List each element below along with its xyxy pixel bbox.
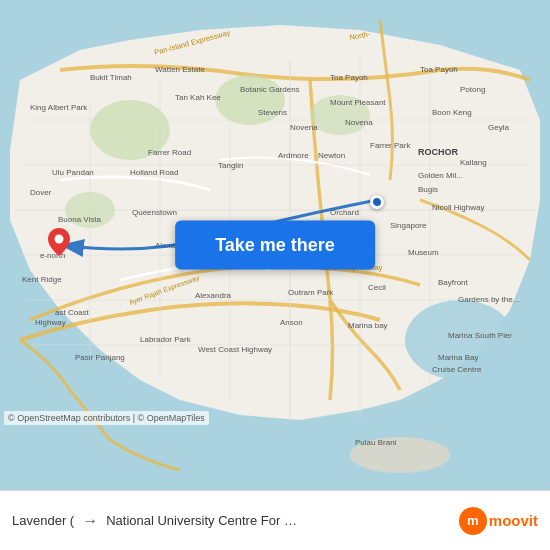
svg-text:Pulau Brani: Pulau Brani [355, 438, 397, 447]
svg-text:Marina bay: Marina bay [348, 321, 388, 330]
svg-text:West Coast Highway: West Coast Highway [198, 345, 272, 354]
svg-text:King Albert Park: King Albert Park [30, 103, 88, 112]
svg-text:Highway: Highway [35, 318, 66, 327]
moovit-circle-icon: m [459, 507, 487, 535]
map-container: King Albert Park Bukit Timah Watten Esta… [0, 0, 550, 490]
svg-text:Novena: Novena [345, 118, 373, 127]
svg-text:Kallang: Kallang [460, 158, 487, 167]
svg-text:Novena: Novena [290, 123, 318, 132]
origin-marker [48, 228, 70, 256]
svg-text:Potong: Potong [460, 85, 485, 94]
svg-text:Museum: Museum [408, 248, 439, 257]
svg-text:Boon Keng: Boon Keng [432, 108, 472, 117]
take-me-there-button[interactable]: Take me there [175, 221, 375, 270]
svg-text:Cruise Centre: Cruise Centre [432, 365, 482, 374]
svg-text:Outram Park: Outram Park [288, 288, 334, 297]
svg-text:Holland Road: Holland Road [130, 168, 178, 177]
svg-text:Alexandra: Alexandra [195, 291, 232, 300]
svg-text:Newton: Newton [318, 151, 345, 160]
app: King Albert Park Bukit Timah Watten Esta… [0, 0, 550, 550]
svg-text:Anson: Anson [280, 318, 303, 327]
svg-text:Nicoll Highway: Nicoll Highway [432, 203, 484, 212]
moovit-text: moovit [489, 512, 538, 529]
svg-text:Pasir Panjang: Pasir Panjang [75, 353, 125, 362]
svg-text:Toa Payoh: Toa Payoh [420, 65, 458, 74]
svg-point-79 [55, 235, 64, 244]
svg-text:Labrador Park: Labrador Park [140, 335, 192, 344]
svg-text:Botanic Gardens: Botanic Gardens [240, 85, 300, 94]
svg-text:Orchard: Orchard [330, 208, 359, 217]
svg-text:Bugis: Bugis [418, 185, 438, 194]
svg-text:Tan Kah Kee: Tan Kah Kee [175, 93, 221, 102]
svg-text:ROCHOR: ROCHOR [418, 147, 458, 157]
svg-text:Farrer Park: Farrer Park [370, 141, 411, 150]
route-arrow-icon: → [82, 512, 98, 530]
svg-text:Gardens by the...: Gardens by the... [458, 295, 519, 304]
svg-text:Stevens: Stevens [258, 108, 287, 117]
moovit-logo: m moovit [459, 507, 538, 535]
svg-text:ast Coast: ast Coast [55, 308, 90, 317]
route-from-label: Lavender ( [12, 513, 74, 528]
svg-text:Toa Payoh: Toa Payoh [330, 73, 368, 82]
svg-text:Bukit Timah: Bukit Timah [90, 73, 132, 82]
svg-text:Marina South Pier: Marina South Pier [448, 331, 512, 340]
svg-text:Geyla: Geyla [488, 123, 509, 132]
svg-text:Buona Vista: Buona Vista [58, 215, 102, 224]
svg-text:Golden Mil...: Golden Mil... [418, 171, 463, 180]
svg-text:Ulu Pandan: Ulu Pandan [52, 168, 94, 177]
svg-text:Tanglin: Tanglin [218, 161, 243, 170]
map-attribution: © OpenStreetMap contributors | © OpenMap… [4, 411, 209, 425]
svg-text:Farrer Road: Farrer Road [148, 148, 191, 157]
svg-text:Mount Pleasant: Mount Pleasant [330, 98, 386, 107]
svg-text:Dover: Dover [30, 188, 52, 197]
svg-text:Queenstown: Queenstown [132, 208, 177, 217]
svg-text:Kent Ridge: Kent Ridge [22, 275, 62, 284]
bottom-bar: Lavender ( → National University Centre … [0, 490, 550, 550]
svg-text:Cecil: Cecil [368, 283, 386, 292]
route-to-label: National University Centre For Oral H... [106, 513, 306, 528]
svg-text:Bayfront: Bayfront [438, 278, 469, 287]
svg-text:Singapore: Singapore [390, 221, 427, 230]
svg-point-15 [215, 75, 285, 125]
svg-text:Watten Estate: Watten Estate [155, 65, 206, 74]
destination-marker [370, 195, 384, 209]
svg-text:Ardmore: Ardmore [278, 151, 309, 160]
svg-text:Marina Bay: Marina Bay [438, 353, 478, 362]
